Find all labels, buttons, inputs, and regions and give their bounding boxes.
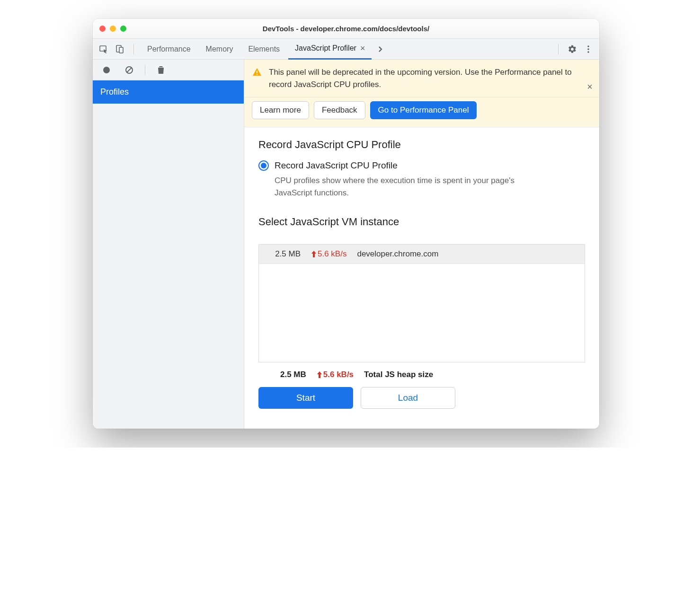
maximize-window-button[interactable] xyxy=(120,26,126,32)
inspect-element-icon[interactable] xyxy=(97,42,111,56)
profile-heading: Record JavaScript CPU Profile xyxy=(258,139,585,151)
heap-totals: 2.5 MB 5.6 kB/s Total JS heap size xyxy=(258,362,585,387)
toolbar-divider xyxy=(133,44,134,54)
sidebar-item-profiles[interactable]: Profiles xyxy=(93,80,244,104)
profiler-body: Record JavaScript CPU Profile Record Jav… xyxy=(244,127,599,429)
vm-heap-size: 2.5 MB xyxy=(267,249,301,259)
delete-icon[interactable] xyxy=(154,63,168,77)
tab-label: JavaScript Profiler xyxy=(295,44,356,53)
svg-point-6 xyxy=(103,67,110,73)
sidebar-toolbar xyxy=(93,60,244,80)
clear-icon[interactable] xyxy=(122,63,136,77)
toolbar-divider xyxy=(558,44,559,54)
tab-label: Performance xyxy=(147,45,191,53)
arrow-up-icon xyxy=(317,371,322,378)
window-title: DevTools - developer.chrome.com/docs/dev… xyxy=(93,25,599,33)
action-buttons: Start Load xyxy=(258,387,585,415)
svg-point-3 xyxy=(587,45,589,47)
record-icon[interactable] xyxy=(99,63,114,77)
svg-point-5 xyxy=(587,51,589,53)
toolbar-divider xyxy=(145,65,145,75)
goto-performance-button[interactable]: Go to Performance Panel xyxy=(370,101,477,119)
close-tab-icon[interactable]: × xyxy=(360,44,365,53)
radio-label: Record JavaScript CPU Profile xyxy=(275,160,398,171)
warning-icon xyxy=(252,67,262,78)
tab-javascript-profiler[interactable]: JavaScript Profiler × xyxy=(288,39,372,60)
main-toolbar: Performance Memory Elements JavaScript P… xyxy=(93,39,599,60)
total-heap-label: Total JS heap size xyxy=(364,370,433,379)
feedback-button[interactable]: Feedback xyxy=(314,101,365,119)
main-panel: This panel will be deprecated in the upc… xyxy=(244,60,599,429)
svg-rect-10 xyxy=(257,74,257,75)
start-button[interactable]: Start xyxy=(258,387,353,409)
learn-more-button[interactable]: Learn more xyxy=(252,101,309,119)
vm-instance-row[interactable]: 2.5 MB 5.6 kB/s developer.chrome.com xyxy=(259,245,585,264)
deprecation-banner: This panel will be deprecated in the upc… xyxy=(244,60,599,97)
devtools-window: DevTools - developer.chrome.com/docs/dev… xyxy=(93,19,599,429)
banner-text: This panel will be deprecated in the upc… xyxy=(269,66,592,90)
svg-rect-9 xyxy=(257,70,257,73)
vm-heading: Select JavaScript VM instance xyxy=(258,216,585,228)
traffic-lights xyxy=(99,26,126,32)
banner-actions: Learn more Feedback Go to Performance Pa… xyxy=(244,97,599,127)
settings-gear-icon[interactable] xyxy=(565,42,579,56)
vm-instance-list: 2.5 MB 5.6 kB/s developer.chrome.com xyxy=(258,244,585,362)
radio-icon xyxy=(258,160,269,171)
sidebar-item-label: Profiles xyxy=(100,87,129,97)
minimize-window-button[interactable] xyxy=(110,26,116,32)
tab-label: Memory xyxy=(206,45,233,53)
tab-memory[interactable]: Memory xyxy=(199,39,240,60)
total-heap-size: 2.5 MB xyxy=(280,370,306,379)
load-button[interactable]: Load xyxy=(361,387,455,409)
tab-label: Elements xyxy=(248,45,280,53)
profile-description: CPU profiles show where the execution ti… xyxy=(275,175,540,199)
titlebar: DevTools - developer.chrome.com/docs/dev… xyxy=(93,19,599,39)
sidebar: Profiles xyxy=(93,60,244,429)
more-options-icon[interactable] xyxy=(581,42,595,56)
total-heap-rate: 5.6 kB/s xyxy=(317,370,354,379)
tab-elements[interactable]: Elements xyxy=(241,39,286,60)
tab-performance[interactable]: Performance xyxy=(141,39,197,60)
svg-point-4 xyxy=(587,48,589,50)
svg-line-8 xyxy=(127,68,132,72)
vm-heap-rate: 5.6 kB/s xyxy=(311,249,346,259)
more-tabs-icon[interactable] xyxy=(373,42,388,56)
svg-rect-2 xyxy=(119,47,123,53)
arrow-up-icon xyxy=(311,251,317,257)
vm-instance-name: developer.chrome.com xyxy=(357,249,438,259)
profile-type-radio[interactable]: Record JavaScript CPU Profile xyxy=(258,160,585,171)
close-banner-icon[interactable]: × xyxy=(587,81,593,92)
content-area: Profiles This panel will be deprecated i… xyxy=(93,60,599,429)
close-window-button[interactable] xyxy=(99,26,106,32)
device-toolbar-icon[interactable] xyxy=(113,42,127,56)
